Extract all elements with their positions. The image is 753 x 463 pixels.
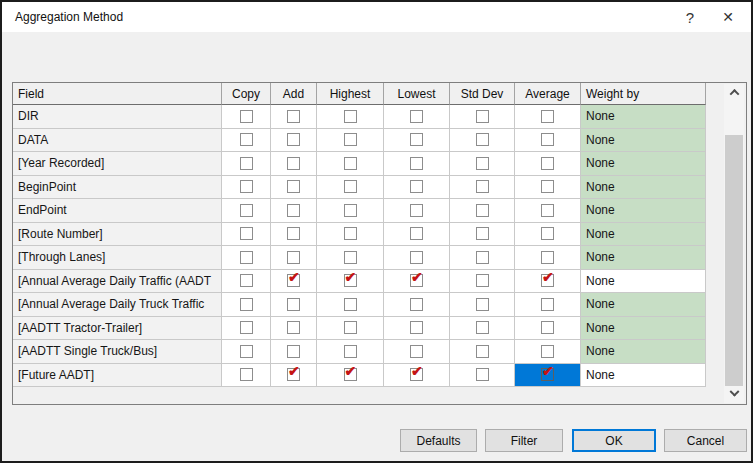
copy-cell[interactable] — [222, 152, 271, 176]
lowest-cell[interactable] — [384, 199, 450, 223]
stddev-checkbox[interactable] — [476, 321, 489, 334]
lowest-checkbox[interactable] — [410, 321, 423, 334]
highest-checkbox[interactable] — [344, 204, 357, 217]
stddev-cell[interactable] — [450, 340, 515, 364]
lowest-checkbox[interactable] — [410, 227, 423, 240]
average-checkbox[interactable] — [541, 251, 554, 264]
average-checkbox[interactable] — [541, 133, 554, 146]
stddev-checkbox[interactable] — [476, 298, 489, 311]
copy-cell[interactable] — [222, 105, 271, 129]
add-checkbox[interactable]: ✔ — [287, 368, 300, 381]
add-cell[interactable] — [271, 293, 317, 317]
highest-cell[interactable] — [317, 105, 384, 129]
average-cell[interactable] — [515, 246, 581, 270]
stddev-checkbox[interactable] — [476, 368, 489, 381]
add-checkbox[interactable] — [287, 204, 300, 217]
weight-by-cell[interactable]: None — [581, 246, 706, 270]
add-cell[interactable] — [271, 223, 317, 247]
stddev-cell[interactable] — [450, 223, 515, 247]
average-checkbox[interactable] — [541, 321, 554, 334]
lowest-cell[interactable] — [384, 105, 450, 129]
copy-cell[interactable] — [222, 270, 271, 294]
highest-cell[interactable] — [317, 199, 384, 223]
stddev-checkbox[interactable] — [476, 157, 489, 170]
highest-checkbox[interactable] — [344, 345, 357, 358]
highest-cell[interactable]: ✔ — [317, 270, 384, 294]
close-icon[interactable]: ✕ — [711, 2, 745, 32]
lowest-checkbox[interactable] — [410, 180, 423, 193]
average-cell[interactable] — [515, 317, 581, 341]
add-checkbox[interactable]: ✔ — [287, 274, 300, 287]
average-cell[interactable] — [515, 223, 581, 247]
copy-checkbox[interactable] — [240, 204, 253, 217]
highest-cell[interactable] — [317, 340, 384, 364]
lowest-cell[interactable] — [384, 176, 450, 200]
add-checkbox[interactable] — [287, 345, 300, 358]
copy-checkbox[interactable] — [240, 133, 253, 146]
average-checkbox[interactable]: ✔ — [541, 274, 554, 287]
stddev-cell[interactable] — [450, 364, 515, 388]
stddev-cell[interactable] — [450, 152, 515, 176]
stddev-checkbox[interactable] — [476, 110, 489, 123]
stddev-checkbox[interactable] — [476, 133, 489, 146]
ok-button[interactable]: OK — [572, 429, 656, 452]
weight-by-cell[interactable]: None — [581, 223, 706, 247]
add-checkbox[interactable] — [287, 321, 300, 334]
weight-by-cell[interactable]: None — [581, 199, 706, 223]
weight-by-cell[interactable]: None — [581, 340, 706, 364]
copy-checkbox[interactable] — [240, 251, 253, 264]
add-checkbox[interactable] — [287, 227, 300, 240]
cancel-button[interactable]: Cancel — [664, 429, 747, 452]
filter-button[interactable]: Filter — [485, 429, 563, 452]
copy-checkbox[interactable] — [240, 298, 253, 311]
highest-cell[interactable] — [317, 152, 384, 176]
highest-checkbox[interactable]: ✔ — [344, 368, 357, 381]
lowest-checkbox[interactable] — [410, 251, 423, 264]
stddev-cell[interactable] — [450, 176, 515, 200]
add-cell[interactable] — [271, 340, 317, 364]
average-cell[interactable] — [515, 199, 581, 223]
copy-checkbox[interactable] — [240, 345, 253, 358]
highest-cell[interactable] — [317, 129, 384, 153]
lowest-checkbox[interactable] — [410, 298, 423, 311]
weight-by-cell[interactable]: None — [581, 105, 706, 129]
lowest-cell[interactable] — [384, 152, 450, 176]
add-cell[interactable] — [271, 246, 317, 270]
highest-checkbox[interactable] — [344, 227, 357, 240]
lowest-checkbox[interactable] — [410, 204, 423, 217]
add-checkbox[interactable] — [287, 157, 300, 170]
add-cell[interactable]: ✔ — [271, 364, 317, 388]
highest-cell[interactable] — [317, 176, 384, 200]
average-cell[interactable] — [515, 105, 581, 129]
copy-cell[interactable] — [222, 293, 271, 317]
add-checkbox[interactable] — [287, 110, 300, 123]
highest-checkbox[interactable] — [344, 321, 357, 334]
stddev-cell[interactable] — [450, 105, 515, 129]
copy-cell[interactable] — [222, 223, 271, 247]
stddev-checkbox[interactable] — [476, 180, 489, 193]
average-cell[interactable] — [515, 340, 581, 364]
average-cell[interactable] — [515, 152, 581, 176]
add-cell[interactable] — [271, 129, 317, 153]
average-checkbox[interactable] — [541, 345, 554, 358]
stddev-checkbox[interactable] — [476, 345, 489, 358]
copy-checkbox[interactable] — [240, 368, 253, 381]
copy-cell[interactable] — [222, 317, 271, 341]
average-checkbox[interactable] — [541, 180, 554, 193]
highest-cell[interactable]: ✔ — [317, 364, 384, 388]
weight-by-cell[interactable]: None — [581, 317, 706, 341]
stddev-cell[interactable] — [450, 293, 515, 317]
stddev-cell[interactable] — [450, 246, 515, 270]
highest-cell[interactable] — [317, 246, 384, 270]
stddev-checkbox[interactable] — [476, 227, 489, 240]
add-cell[interactable] — [271, 176, 317, 200]
highest-checkbox[interactable] — [344, 157, 357, 170]
highest-cell[interactable] — [317, 293, 384, 317]
weight-by-cell[interactable]: None — [581, 129, 706, 153]
highest-checkbox[interactable] — [344, 133, 357, 146]
highest-cell[interactable] — [317, 223, 384, 247]
copy-checkbox[interactable] — [240, 321, 253, 334]
highest-checkbox[interactable] — [344, 251, 357, 264]
lowest-cell[interactable]: ✔ — [384, 270, 450, 294]
average-cell[interactable] — [515, 129, 581, 153]
